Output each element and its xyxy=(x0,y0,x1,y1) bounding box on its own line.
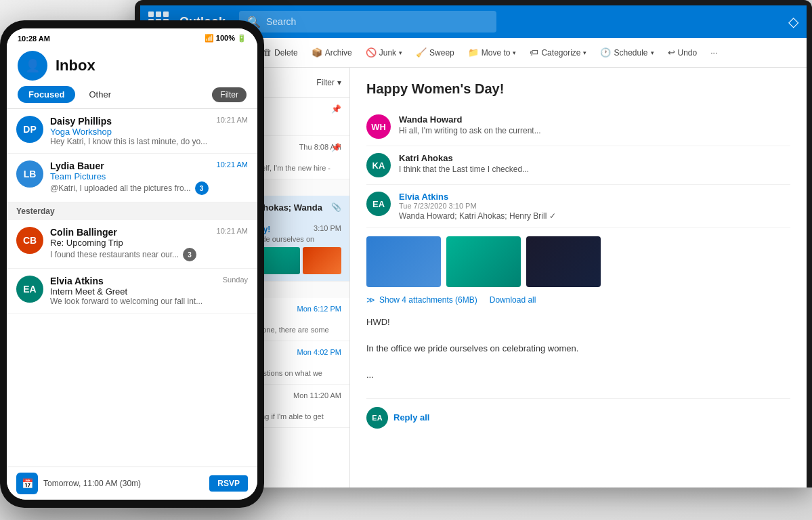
phone-email-time: 10:21 AM xyxy=(217,116,248,127)
move-icon: 📁 xyxy=(468,47,479,58)
phone-filter-button[interactable]: Filter xyxy=(212,87,247,102)
email-time: Mon 4:02 PM xyxy=(297,348,341,356)
reading-body: HWD! In the office we pride ourselves on… xyxy=(366,316,790,382)
phone-email-subject: Team Pictures xyxy=(50,171,248,181)
phone-tab-other[interactable]: Other xyxy=(81,86,119,103)
avatar-daisy: DP xyxy=(16,116,43,143)
email-time: 3:10 PM xyxy=(314,224,341,232)
sweep-button[interactable]: 🧹 Sweep xyxy=(410,44,460,61)
phone-email-sender: Lydia Bauer xyxy=(50,160,104,171)
unread-badge: 3 xyxy=(183,248,196,261)
search-input[interactable] xyxy=(266,16,488,27)
phone-email-colin[interactable]: CB Colin Ballinger 10:21 AM Re: Upcoming… xyxy=(7,220,257,269)
sender-preview-wanda: Hi all, I'm writing to ask on the curren… xyxy=(399,126,790,135)
sweep-icon: 🧹 xyxy=(416,47,427,58)
reading-img-1 xyxy=(366,236,441,287)
phone-inbox-header: 👤 Inbox Focused Other Filter xyxy=(7,45,257,109)
calendar-reminder: Tomorrow, 11:00 AM (30m) xyxy=(43,479,204,488)
filter-button[interactable]: Filter ▾ xyxy=(316,78,341,87)
phone-email-time: 10:21 AM xyxy=(217,227,248,238)
phone-indicators: 📶 100% 🔋 xyxy=(205,34,247,43)
schedule-button[interactable]: 🕐 Schedule ▾ xyxy=(595,44,659,61)
phone-screen: 10:28 AM 📶 100% 🔋 👤 Inbox Focused Other … xyxy=(7,28,257,500)
categorize-icon: 🏷 xyxy=(530,47,538,58)
reading-pane: Happy Women's Day! WH Wanda Howard Hi al… xyxy=(350,68,807,488)
move-caret-icon: ▾ xyxy=(513,49,516,56)
sender-name-wanda: Wanda Howard xyxy=(399,114,790,125)
phone-status-bar: 10:28 AM 📶 100% 🔋 xyxy=(7,28,257,45)
phone-email-subject: Intern Meet & Greet xyxy=(50,286,248,297)
phone-frame: 10:28 AM 📶 100% 🔋 👤 Inbox Focused Other … xyxy=(0,20,264,508)
download-all-link[interactable]: Download all xyxy=(490,295,536,305)
scene: Outlook 🔍 ◇ ☰ New message 🗑 Delete 📦 xyxy=(0,0,812,520)
reading-title: Happy Women's Day! xyxy=(366,81,790,97)
avatar-lydia-phone: LB xyxy=(16,160,43,188)
phone-email-sender: Colin Ballinger xyxy=(50,227,117,238)
sender-preview-katri: I think that the Last time I checked... xyxy=(399,165,790,174)
sender-name-elvia: Elvia Atkins xyxy=(399,192,790,202)
reading-sender-katri: KA Katri Ahokas I think that the Last ti… xyxy=(366,146,790,185)
undo-button[interactable]: ↩ Undo xyxy=(662,44,703,61)
attachment-icon: 📎 xyxy=(331,202,341,212)
reading-img-3 xyxy=(526,236,601,287)
avatar-katri: KA xyxy=(366,153,391,177)
reading-date: Tue 7/23/2020 3:10 PM xyxy=(399,202,790,210)
reading-img-2 xyxy=(446,236,521,287)
phone-bottom-bar: 📅 Tomorrow, 11:00 AM (30m) RSVP xyxy=(7,467,257,500)
avatar-elvia-phone: EA xyxy=(16,276,43,303)
attachment-label[interactable]: Show 4 attachments (6MB) xyxy=(379,295,477,305)
archive-icon: 📦 xyxy=(312,47,322,58)
archive-button[interactable]: 📦 Archive xyxy=(306,44,358,61)
categorize-button[interactable]: 🏷 Categorize ▾ xyxy=(524,44,592,61)
phone-email-subject: Re: Upcoming Trip xyxy=(50,238,248,248)
undo-icon: ↩ xyxy=(668,47,675,58)
move-to-button[interactable]: 📁 Move to ▾ xyxy=(463,44,522,61)
phone-avatar-row: 👤 Inbox xyxy=(18,51,247,81)
phone-tab-focused[interactable]: Focused xyxy=(18,86,75,103)
pin-icon: 📌 xyxy=(331,143,341,152)
attachment-fold-icon: ≫ xyxy=(366,295,375,305)
phone-email-sender: Daisy Phillips xyxy=(50,116,112,127)
sender-name-katri: Katri Ahokas xyxy=(399,153,790,163)
phone-email-sender: Elvia Atkins xyxy=(50,276,104,286)
phone-email-preview: @Katri, I uploaded all the pictures fro.… xyxy=(50,183,191,193)
sender-recipients: Wanda Howard; Katri Ahokas; Henry Brill … xyxy=(399,211,790,221)
delete-button[interactable]: 🗑 Delete xyxy=(257,44,303,61)
attachment-row: ≫ Show 4 attachments (6MB) Download all xyxy=(366,295,790,305)
phone-time: 10:28 AM xyxy=(18,35,50,43)
phone-email-time: Sunday xyxy=(223,276,248,286)
junk-button[interactable]: 🚫 Junk ▾ xyxy=(360,44,408,61)
junk-caret-icon: ▾ xyxy=(399,49,402,56)
pin-icon: 📌 xyxy=(331,104,341,114)
reading-images xyxy=(366,236,790,287)
email-time: Mon 6:12 PM xyxy=(297,305,341,313)
phone-email-lydia[interactable]: LB Lydia Bauer 10:21 AM Team Pictures @K… xyxy=(7,154,257,202)
email-time: Mon 11:20 AM xyxy=(293,391,341,399)
calendar-icon: 📅 xyxy=(16,473,38,494)
thumb-3 xyxy=(262,247,301,274)
phone-email-time: 10:21 AM xyxy=(217,160,248,171)
reply-all-row: EA Reply all xyxy=(366,398,790,429)
avatar-colin: CB xyxy=(16,227,43,254)
categorize-caret-icon: ▾ xyxy=(583,49,586,56)
phone-email-subject: Yoga Workshop xyxy=(50,127,248,137)
phone-email-preview: We look forward to welcoming our fall in… xyxy=(50,297,248,306)
filter-caret-icon: ▾ xyxy=(337,78,341,87)
reply-all-button[interactable]: Reply all xyxy=(393,412,429,422)
phone-section-yesterday: Yesterday xyxy=(7,202,257,220)
unread-badge: 3 xyxy=(195,181,209,195)
thumb-4 xyxy=(303,247,341,274)
search-bar[interactable]: 🔍 xyxy=(239,11,496,32)
schedule-icon: 🕐 xyxy=(600,47,611,58)
junk-icon: 🚫 xyxy=(366,47,377,58)
phone-tabs: Focused Other Filter xyxy=(18,86,247,103)
phone-email-preview: Hey Katri, I know this is last minute, d… xyxy=(50,137,248,146)
phone-email-preview: I found these restaurants near our... xyxy=(50,250,179,259)
phone-email-elvia[interactable]: EA Elvia Atkins Sunday Intern Meet & Gre… xyxy=(7,269,257,313)
phone-email-daisy[interactable]: DP Daisy Phillips 10:21 AM Yoga Workshop… xyxy=(7,109,257,154)
rsvp-button[interactable]: RSVP xyxy=(209,475,248,492)
avatar-reply: EA xyxy=(366,407,388,429)
more-options-button[interactable]: ··· xyxy=(705,45,723,61)
reading-sender-elvia: EA Elvia Atkins Tue 7/23/2020 3:10 PM Wa… xyxy=(366,185,790,228)
premium-icon: ◇ xyxy=(788,14,798,30)
